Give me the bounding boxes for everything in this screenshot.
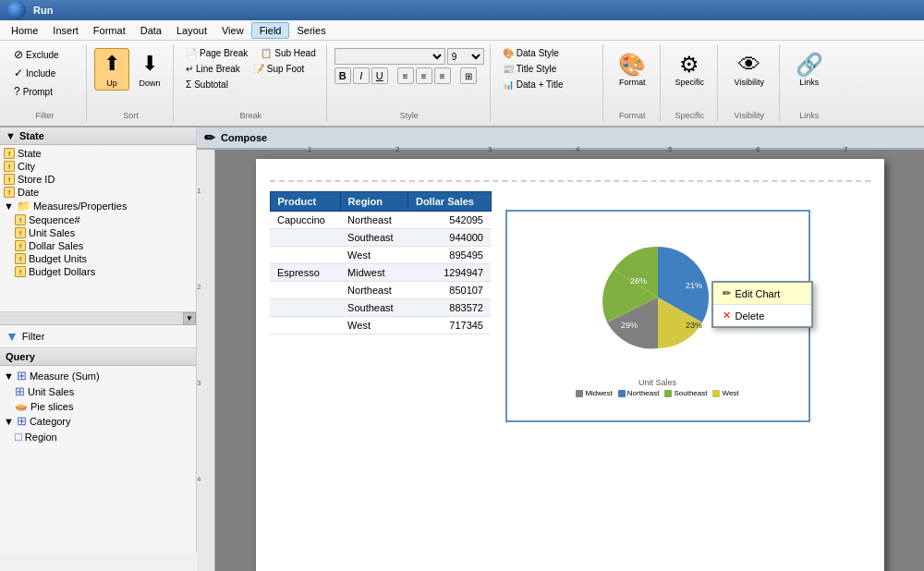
table-row: Southeast 883572 [270, 299, 491, 317]
menu-format[interactable]: Format [86, 23, 133, 38]
font-size-select[interactable]: 9 [447, 48, 484, 65]
links-button[interactable]: 🔗 Links [789, 48, 830, 91]
tree-item-state[interactable]: f State [0, 147, 196, 160]
data-title-button[interactable]: 📊 Data + Title [498, 78, 568, 91]
field-icon-sequence: f [15, 214, 26, 225]
cell-region-1: Southeast [340, 229, 407, 247]
tree-item-storeid[interactable]: f Store ID [0, 173, 196, 186]
field-icon-date: f [4, 187, 15, 198]
line-break-button[interactable]: ↵ Line Break [181, 62, 245, 76]
fields-section: ▼ State f State f City f Store ID f [0, 128, 196, 312]
field-icon-storeid: f [4, 174, 15, 185]
tree-item-date[interactable]: f Date [0, 186, 196, 199]
main-layout: ▼ State f State f City f Store ID f [0, 128, 924, 553]
table-row: Capuccino Northeast 542095 [270, 212, 491, 229]
cell-region-3: Midwest [340, 264, 407, 282]
table-row: West 717345 [270, 317, 491, 334]
line-break-icon: ↵ [186, 64, 193, 74]
subtotal-button[interactable]: Σ Subtotal [181, 78, 233, 91]
format-button[interactable]: 🎨 Format [612, 48, 652, 91]
menu-view[interactable]: View [214, 23, 251, 38]
include-icon: ✓ [14, 67, 23, 79]
left-panel: ▼ State f State f City f Store ID f [0, 128, 197, 553]
fields-tree: f State f City f Store ID f Date ▼ [0, 145, 196, 311]
query-category[interactable]: ▼ ⊞ Category [0, 413, 196, 429]
visibility-button[interactable]: 👁 Visibility [729, 48, 770, 91]
pie-slices-icon: 🥧 [15, 400, 28, 412]
ribbon-group-format-btn: 🎨 Format Format [605, 44, 661, 122]
font-family-select[interactable] [334, 48, 445, 65]
ribbon-group-filter: ⊘ Exclude ✓ Include ? Prompt Filter [4, 44, 87, 122]
tree-measures-header[interactable]: ▼ 📁 Measures/Properties [0, 199, 196, 213]
cell-sales-2: 895495 [407, 247, 491, 264]
cell-product-6 [270, 317, 340, 334]
scroll-down-btn[interactable]: ▼ [183, 312, 196, 325]
include-button[interactable]: ✓ Include [9, 65, 60, 81]
ribbon-group-sort: ⬆ Up ⬇ Down Sort [89, 44, 174, 122]
delete-menu-item[interactable]: ✕ Delete [713, 305, 811, 326]
cell-product-3: Espresso [270, 264, 340, 282]
sort-down-icon: ⬇ [137, 51, 163, 77]
underline-button[interactable]: U [371, 67, 388, 84]
menu-series[interactable]: Series [289, 23, 333, 38]
bold-button[interactable]: B [334, 67, 351, 84]
compose-scroll[interactable]: Product Region Dollar Sales Capuccino No… [215, 150, 924, 571]
tree-item-city[interactable]: f City [0, 160, 196, 173]
legend-label-southeast: Southeast [674, 389, 707, 397]
format-group-label [498, 118, 597, 122]
filter-icon: ▼ [6, 329, 18, 344]
exclude-button[interactable]: ⊘ Exclude [9, 46, 64, 63]
sort-up-button[interactable]: ⬆ Up [94, 48, 129, 91]
label-northeast: 21% [686, 281, 702, 290]
field-icon-budgetunits: f [15, 253, 26, 264]
menu-data[interactable]: Data [133, 23, 169, 38]
menu-layout[interactable]: Layout [169, 23, 214, 38]
tree-item-sequence[interactable]: f Sequence# [0, 213, 196, 226]
edit-chart-icon: ✏ [723, 287, 731, 299]
edit-chart-menu-item[interactable]: ✏ Edit Chart [713, 283, 811, 305]
menu-field[interactable]: Field [251, 22, 290, 39]
title-style-button[interactable]: 📰 Title Style [498, 62, 562, 76]
specific-button[interactable]: ⚙ Specific [669, 48, 710, 91]
sort-down-button[interactable]: ⬇ Down [132, 48, 167, 91]
prompt-button[interactable]: ? Prompt [9, 83, 57, 100]
filter-section: ▼ Filter [0, 325, 196, 348]
visibility-label: Visibility [725, 109, 773, 122]
other-style-button[interactable]: ⊞ [460, 67, 477, 84]
cell-sales-0: 542095 [407, 212, 491, 229]
query-pie-slices[interactable]: 🥧 Pie slices [0, 399, 196, 413]
tree-item-budgetdollars[interactable]: f Budget Dollars [0, 265, 196, 278]
query-measure-sum[interactable]: ▼ ⊞ Measure (Sum) [0, 368, 196, 383]
tree-item-budgetunits[interactable]: f Budget Units [0, 252, 196, 265]
legend-dot-southeast [664, 390, 672, 397]
align-right-button[interactable]: ≡ [434, 67, 451, 84]
chart-legend: Midwest Northeast Southeast [515, 389, 801, 397]
query-unit-sales[interactable]: ⊞ Unit Sales [0, 383, 196, 399]
query-title: Query [6, 351, 35, 362]
fields-header: ▼ State [0, 128, 196, 145]
field-icon-unitsales: f [15, 227, 26, 238]
sub-head-button[interactable]: 📋 Sub Head [256, 46, 320, 60]
menu-home[interactable]: Home [4, 23, 45, 38]
filter-group-label: Filter [9, 109, 80, 122]
tree-item-unitsales[interactable]: f Unit Sales [0, 226, 196, 239]
menu-insert[interactable]: Insert [45, 23, 86, 38]
links-icon: 🔗 [796, 52, 823, 78]
sub-head-icon: 📋 [261, 48, 272, 58]
cell-region-0: Northeast [340, 212, 407, 229]
style-group-label: Style [334, 109, 484, 122]
break-group-label: Break [181, 109, 321, 122]
align-center-button[interactable]: ≡ [416, 67, 432, 84]
page-break-button[interactable]: 📄 Page Break [181, 46, 252, 60]
query-region[interactable]: □ Region [0, 429, 196, 444]
cell-sales-3: 1294947 [407, 264, 491, 282]
subtotal-icon: Σ [186, 79, 191, 90]
align-left-button[interactable]: ≡ [397, 67, 414, 84]
category-expand-icon: ▼ [4, 416, 14, 427]
sup-foot-button[interactable]: 📝 Sup Foot [249, 62, 310, 76]
italic-button[interactable]: I [353, 67, 370, 84]
ribbon-group-visibility: 👁 Visibility Visibility [720, 44, 780, 122]
tree-item-dollarsales[interactable]: f Dollar Sales [0, 239, 196, 252]
chart-container: 21% 23% 29% 26% Unit Sales [505, 210, 810, 422]
data-style-button[interactable]: 🎨 Data Style [498, 46, 564, 60]
